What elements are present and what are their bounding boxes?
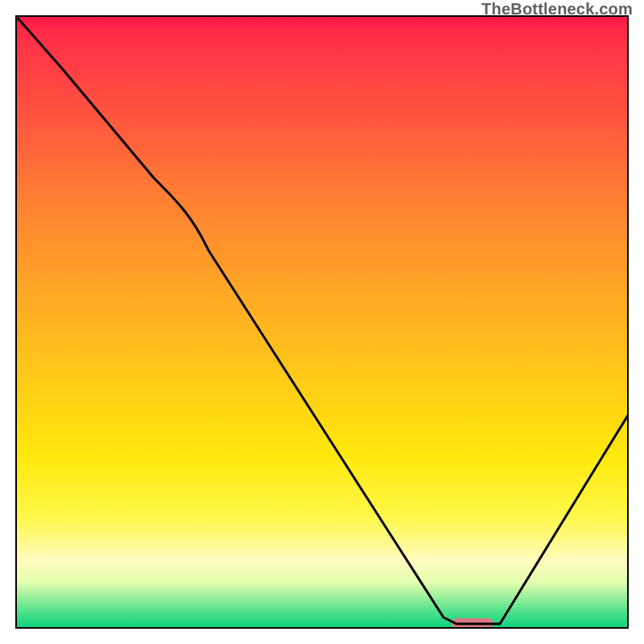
curve-path — [17, 17, 627, 624]
chart-frame — [15, 15, 629, 629]
bottleneck-curve — [17, 17, 627, 627]
